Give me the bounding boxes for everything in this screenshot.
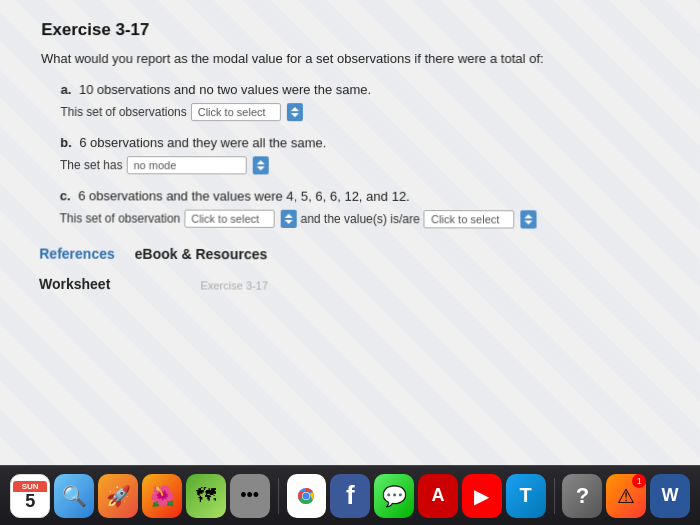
dock-messages-icon[interactable]: 💬 — [374, 474, 414, 518]
part-a-label: a. — [61, 82, 72, 97]
references-link[interactable]: References — [39, 246, 115, 262]
dock-photos-icon[interactable]: 🌺 — [142, 474, 182, 518]
part-b-select-arrow[interactable] — [252, 157, 268, 175]
part-c-label: c. — [60, 188, 71, 203]
part-a-answer-row: This set of observations Click to select — [60, 103, 662, 122]
dock-word-icon[interactable]: W — [650, 474, 690, 518]
part-b: b. 6 observations and they were all the … — [40, 135, 663, 175]
dock-youtube-icon[interactable]: ▶ — [462, 474, 502, 518]
content-wrapper: Exercise 3-17 What would you report as t… — [39, 20, 664, 294]
dock-maps-icon[interactable]: 🗺 — [186, 474, 226, 518]
part-a-text: a. 10 observations and no two values wer… — [61, 82, 662, 97]
part-c-select1[interactable]: Click to select — [184, 210, 274, 228]
svg-point-3 — [303, 492, 310, 499]
dock-bar: SUN 5 🔍 🚀 🌺 🗺 ••• f — [0, 465, 700, 525]
part-c-middle: and the value(s) is/are — [300, 212, 419, 226]
dock-facebook-icon[interactable]: f — [330, 474, 370, 518]
part-c-body: 6 observations and the values were 4, 5,… — [78, 188, 410, 204]
worksheet-section: Worksheet Exercise 3-17 — [39, 276, 664, 294]
dock-alert-icon[interactable]: ⚠ 1 — [606, 474, 646, 518]
part-a-select-arrow[interactable] — [287, 103, 303, 121]
part-c-select2[interactable]: Click to select — [424, 210, 515, 228]
exercise-title: Exercise 3-17 — [41, 20, 661, 40]
part-a-body: 10 observations and no two values were t… — [79, 82, 371, 97]
part-b-text: b. 6 observations and they were all the … — [60, 135, 662, 151]
part-a: a. 10 observations and no two values wer… — [41, 82, 663, 122]
dock-twitter-icon[interactable]: T — [506, 474, 546, 518]
part-c-select1-arrow[interactable] — [280, 210, 296, 228]
part-c-answer-row: This set of observation Click to select … — [60, 209, 664, 229]
part-c-prefix: This set of observation — [60, 212, 181, 226]
dock-acrobat-icon[interactable]: A — [418, 474, 458, 518]
part-b-body: 6 observations and they were all the sam… — [79, 135, 326, 150]
dock-calendar-icon[interactable]: SUN 5 — [10, 474, 50, 518]
dock-launchpad-icon[interactable]: 🚀 — [98, 474, 138, 518]
dock-separator-2 — [554, 478, 555, 514]
references-section: References eBook & Resources — [39, 246, 663, 264]
screen-content: Exercise 3-17 What would you report as t… — [0, 0, 700, 465]
worksheet-row: Worksheet Exercise 3-17 — [39, 276, 664, 294]
part-c: c. 6 observations and the values were 4,… — [40, 188, 664, 229]
dock-more-icon[interactable]: ••• — [230, 474, 270, 518]
part-b-answer-row: The set has no mode — [60, 156, 663, 175]
part-a-prefix: This set of observations — [60, 105, 186, 119]
dock-chrome-icon[interactable] — [287, 474, 327, 518]
worksheet-label: Worksheet — [39, 276, 110, 292]
part-c-text: c. 6 observations and the values were 4,… — [60, 188, 663, 204]
calendar-day: 5 — [25, 492, 35, 510]
question-intro: What would you report as the modal value… — [41, 50, 662, 68]
part-b-select[interactable]: no mode — [126, 156, 246, 174]
part-c-select2-arrow[interactable] — [521, 210, 537, 228]
dock-alert-badge: 1 — [632, 474, 646, 488]
part-a-select[interactable]: Click to select — [191, 103, 281, 121]
ebook-link[interactable]: eBook & Resources — [135, 246, 268, 263]
dock-help-icon[interactable]: ? — [562, 474, 602, 518]
dock-finder-icon[interactable]: 🔍 — [54, 474, 94, 518]
part-b-prefix: The set has — [60, 158, 123, 172]
dock-separator-1 — [278, 478, 279, 514]
exercise-small-label: Exercise 3-17 — [200, 280, 268, 292]
part-b-label: b. — [60, 135, 72, 150]
